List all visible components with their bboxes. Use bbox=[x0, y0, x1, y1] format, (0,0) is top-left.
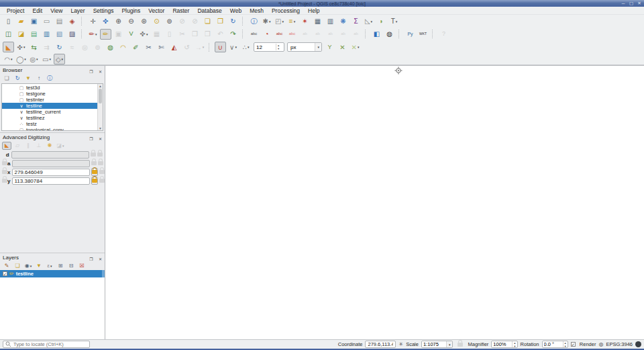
rotate-feature-icon[interactable]: ↻ bbox=[54, 42, 65, 52]
reshape-features-icon[interactable]: ✐ bbox=[130, 42, 142, 52]
fill-ring-icon[interactable]: ◍ bbox=[105, 42, 116, 52]
menu-edit[interactable]: Edit bbox=[28, 7, 46, 14]
add-group-icon[interactable]: ❏ bbox=[13, 262, 22, 270]
highlight-pinned-labels-icon[interactable]: abc bbox=[286, 29, 298, 40]
open-field-calculator-icon[interactable]: ▥ bbox=[325, 16, 336, 27]
dropdown-caret-icon[interactable]: ▾ bbox=[396, 19, 398, 24]
rotation-spin-arrows[interactable]: ▴ ▾ bbox=[563, 341, 568, 348]
identify-features-icon[interactable]: ⓘ bbox=[248, 16, 260, 27]
metasearch-icon[interactable]: ◍ bbox=[384, 29, 395, 40]
snap-to-common-angles-icon[interactable]: ❋ bbox=[45, 142, 54, 150]
minimize-button[interactable]: ─ bbox=[621, 0, 626, 7]
topological-editing-icon[interactable]: Y bbox=[324, 42, 335, 52]
render-toggle[interactable]: ✓ Render bbox=[571, 341, 596, 347]
dropdown-caret-icon[interactable]: ▾ bbox=[282, 19, 284, 24]
rotation-input[interactable] bbox=[543, 341, 563, 347]
cad-x-repeating-lock-button[interactable] bbox=[99, 168, 105, 176]
new-temporary-scratch-layer-icon[interactable]: ▤ bbox=[28, 29, 40, 40]
statistical-summary-icon[interactable]: Σ bbox=[350, 16, 362, 27]
snapping-tolerance-spinbox[interactable]: ▴ ▾ bbox=[254, 42, 284, 52]
close-button[interactable]: ✕ bbox=[637, 0, 642, 7]
regular-polygon-icon[interactable]: ◇▾ bbox=[54, 54, 65, 64]
dropdown-caret-icon[interactable]: ▾ bbox=[49, 57, 51, 61]
dropdown-caret-icon[interactable]: ▾ bbox=[23, 45, 25, 49]
advanced-digitizing-panel-icon[interactable]: ◣ bbox=[3, 42, 14, 52]
browser-item-topological_copy[interactable]: ▢topological_copy bbox=[2, 127, 97, 131]
menu-processing[interactable]: Processing bbox=[268, 7, 304, 14]
merge-features-icon[interactable]: ◭ bbox=[168, 42, 180, 52]
run-feature-action-icon[interactable]: ✱▾ bbox=[261, 16, 272, 27]
locate-input[interactable] bbox=[13, 341, 87, 347]
rectangle-icon[interactable]: ▭▾ bbox=[41, 54, 52, 64]
cad-x-input[interactable] bbox=[12, 169, 90, 176]
new-spatialite-layer-icon[interactable]: ▧ bbox=[54, 29, 65, 40]
browser-properties-icon[interactable]: ⓘ bbox=[45, 75, 54, 83]
collapse-all-icon[interactable]: ⊟ bbox=[66, 262, 76, 270]
new-memory-layer-icon[interactable]: ▨ bbox=[66, 29, 78, 40]
split-parts-icon[interactable]: ✄ bbox=[156, 42, 167, 52]
menu-project[interactable]: Project bbox=[3, 7, 28, 14]
zoom-in-icon[interactable]: ⊕ bbox=[113, 16, 124, 27]
style-manager-icon[interactable]: ◈ bbox=[66, 16, 78, 27]
dropdown-caret-icon[interactable]: ▾ bbox=[62, 57, 64, 61]
circular-string-icon[interactable]: ◠▾ bbox=[3, 54, 14, 64]
dropdown-caret-icon[interactable]: ▾ bbox=[11, 57, 13, 61]
self-snapping-icon[interactable]: ✕▾ bbox=[350, 42, 361, 52]
scroll-down-icon[interactable]: ▼ bbox=[99, 126, 102, 130]
dropdown-caret-icon[interactable]: ▾ bbox=[371, 19, 373, 24]
coordinate-input[interactable] bbox=[365, 341, 396, 348]
cad-x-lock-button[interactable] bbox=[91, 168, 98, 176]
browser-refresh-icon[interactable]: ↻ bbox=[13, 75, 22, 83]
pan-map-icon[interactable]: ✛ bbox=[87, 16, 99, 27]
menu-web[interactable]: Web bbox=[226, 7, 246, 14]
enable-advanced-digitizing-icon[interactable]: ◣ bbox=[2, 142, 11, 150]
move-feature-icon[interactable]: ⇆ bbox=[28, 42, 40, 52]
dropdown-caret-icon[interactable]: ▾ bbox=[50, 264, 52, 268]
vertex-tool-icon[interactable]: ✜▾ bbox=[138, 29, 150, 40]
menu-help[interactable]: Help bbox=[304, 7, 323, 14]
enable-snapping-icon[interactable]: ∪ bbox=[215, 42, 226, 52]
deselect-features-icon[interactable]: ✶ bbox=[299, 16, 311, 27]
cad-y-repeating-lock-button[interactable] bbox=[99, 177, 105, 185]
filter-legend-expression-icon[interactable]: ε▾ bbox=[45, 262, 54, 270]
new-project-icon[interactable]: ▯ bbox=[3, 16, 14, 27]
map-tips-icon[interactable]: ◗ bbox=[376, 16, 387, 27]
combo-dropdown-icon[interactable]: ▾ bbox=[315, 43, 321, 51]
vertex-tool-active-layer-icon[interactable]: ✜▾ bbox=[15, 42, 27, 52]
snapping-tolerance-input[interactable] bbox=[254, 44, 276, 50]
text-annotation-icon[interactable]: T▾ bbox=[388, 16, 400, 27]
remove-layer-icon[interactable]: ☒ bbox=[77, 262, 87, 270]
python-console-icon[interactable]: Py bbox=[405, 29, 416, 40]
open-layer-styling-icon[interactable]: ✎ bbox=[2, 262, 11, 270]
circle-icon[interactable]: ◯▾ bbox=[15, 54, 27, 64]
scale-input[interactable] bbox=[422, 341, 446, 347]
processing-toolbox-icon[interactable]: ❋ bbox=[337, 16, 349, 27]
cad-y-input[interactable] bbox=[12, 177, 90, 185]
show-layout-manager-icon[interactable]: ▤ bbox=[54, 16, 65, 27]
locate-search[interactable] bbox=[3, 341, 90, 348]
snapping-type-icon[interactable]: ∴▾ bbox=[240, 42, 252, 52]
add-line-feature-icon[interactable]: V bbox=[125, 29, 137, 40]
dropdown-caret-icon[interactable]: ▾ bbox=[294, 19, 296, 24]
menu-mesh[interactable]: Mesh bbox=[246, 7, 268, 14]
browser-item-testline_current[interactable]: ∨testline_current bbox=[2, 109, 97, 115]
browser-item-testline[interactable]: ∨testline bbox=[2, 103, 97, 109]
menu-layer[interactable]: Layer bbox=[66, 7, 89, 14]
redo-icon[interactable]: ↷ bbox=[227, 29, 239, 40]
dropdown-caret-icon[interactable]: ▾ bbox=[235, 45, 237, 49]
scroll-up-icon[interactable]: ▲ bbox=[99, 84, 102, 88]
scale-combo[interactable]: ▾ bbox=[421, 341, 453, 348]
show-spatial-bookmarks-icon[interactable]: ❐ bbox=[215, 16, 226, 27]
dropdown-caret-icon[interactable]: ▾ bbox=[146, 32, 148, 36]
open-attribute-table-icon[interactable]: ▦ bbox=[312, 16, 323, 27]
dropdown-caret-icon[interactable]: ▾ bbox=[62, 144, 64, 148]
render-checkbox[interactable]: ✓ bbox=[571, 342, 576, 347]
layer-row-testline[interactable]: ✓✏testline bbox=[0, 270, 105, 277]
layer-labeling-options-icon[interactable]: abc bbox=[248, 29, 260, 40]
snapping-units-combo[interactable]: px ▾ bbox=[287, 42, 322, 52]
magnifier-spinbox[interactable]: ▴ ▾ bbox=[491, 341, 517, 348]
snapping-mode-icon[interactable]: ∨▾ bbox=[227, 42, 239, 52]
spin-down-icon[interactable]: ▾ bbox=[565, 345, 566, 348]
new-print-layout-icon[interactable]: ▭ bbox=[41, 16, 52, 27]
dropdown-caret-icon[interactable]: ▾ bbox=[269, 19, 271, 24]
